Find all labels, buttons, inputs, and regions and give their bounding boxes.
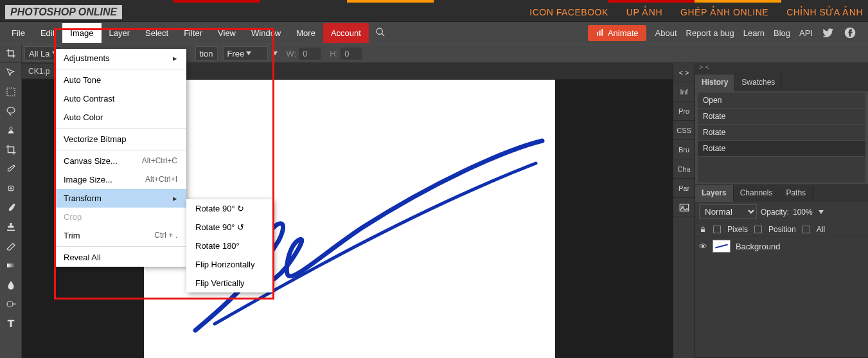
lock-position-checkbox[interactable] <box>754 226 762 233</box>
tab-layers[interactable]: Layers <box>695 185 734 202</box>
strip-inf[interactable]: Inf <box>673 82 695 102</box>
menu-image-size[interactable]: Image Size...Alt+Ctrl+I <box>55 170 186 189</box>
link-about[interactable]: About <box>655 28 677 38</box>
document-tab[interactable]: CK1.p <box>22 64 57 78</box>
menu-rotate-180[interactable]: Rotate 180° <box>186 237 273 255</box>
menu-window[interactable]: Window <box>244 23 288 43</box>
right-panels: > < History Swatches Open Rotate Rotate … <box>695 63 868 358</box>
link-ghep-anh[interactable]: GHÉP ẢNH ONLINE <box>680 7 768 17</box>
blur-tool[interactable] <box>0 275 21 294</box>
lock-icon <box>699 226 707 233</box>
menu-edit[interactable]: Edit <box>33 23 62 43</box>
menu-file[interactable]: File <box>4 23 33 43</box>
menu-view[interactable]: View <box>210 23 244 43</box>
brush-tool[interactable] <box>0 198 21 217</box>
tab-swatches[interactable]: Swatches <box>735 75 782 91</box>
stamp-tool[interactable] <box>0 217 21 237</box>
strip-par[interactable]: Par <box>673 179 695 198</box>
lock-pixels-checkbox[interactable] <box>713 226 721 233</box>
history-item[interactable]: Rotate <box>698 109 865 124</box>
type-tool[interactable] <box>0 314 21 333</box>
transform-submenu: Rotate 90° ↻ Rotate 90° ↺ Rotate 180° Fl… <box>186 199 273 292</box>
menu-flip-horizontal[interactable]: Flip Horizontally <box>186 255 273 274</box>
crop-tool[interactable] <box>0 140 21 159</box>
tool-column <box>0 63 22 358</box>
menu-crop: Crop <box>55 208 186 226</box>
strip-pro[interactable]: Pro <box>673 102 695 121</box>
lasso-tool[interactable] <box>0 102 21 121</box>
eraser-tool[interactable] <box>0 237 21 256</box>
layer-thumbnail[interactable] <box>713 240 731 253</box>
menu-trim[interactable]: TrimCtrl + . <box>55 226 186 245</box>
svg-rect-2 <box>597 32 598 36</box>
search-icon[interactable] <box>369 27 392 39</box>
link-blog[interactable]: Blog <box>774 28 790 38</box>
quick-select-tool[interactable] <box>0 121 21 140</box>
strip-image-icon[interactable] <box>673 198 695 217</box>
menu-rotate-90-ccw[interactable]: Rotate 90° ↺ <box>186 218 273 237</box>
history-item[interactable]: Rotate <box>698 125 865 140</box>
facebook-icon[interactable] <box>844 26 856 39</box>
menu-transform[interactable]: Transform <box>55 189 186 208</box>
svg-rect-3 <box>599 31 601 36</box>
history-panel: History Swatches Open Rotate Rotate Rota… <box>695 75 868 185</box>
dodge-tool[interactable] <box>0 294 21 314</box>
menu-more[interactable]: More <box>288 23 323 43</box>
history-item[interactable]: Rotate <box>698 141 865 156</box>
strip-col-left[interactable]: < > <box>673 63 695 82</box>
tab-channels[interactable]: Channels <box>734 185 780 202</box>
menu-auto-color[interactable]: Auto Color <box>55 108 186 127</box>
strip-bru[interactable]: Bru <box>673 140 695 159</box>
account-button[interactable]: Account <box>323 23 369 43</box>
link-learn[interactable]: Learn <box>743 28 765 38</box>
menu-reveal-all[interactable]: Reveal All <box>55 248 186 267</box>
eyedropper-tool[interactable] <box>0 159 21 179</box>
ratio-label[interactable]: tion <box>195 46 218 60</box>
height-field[interactable]: 0 <box>341 48 362 60</box>
menu-bar: File Edit Image Layer Select Filter View… <box>0 22 868 44</box>
height-label: H: <box>330 49 338 58</box>
menu-vectorize[interactable]: Vectorize Bitmap <box>55 130 186 148</box>
site-header: PHOTOSHOP ONLINE ICON FACEBOOK UP ẢNH GH… <box>0 3 868 22</box>
link-chinh-sua[interactable]: CHỈNH SỬA ẢNH <box>786 7 863 17</box>
strip-cha[interactable]: Cha <box>673 159 695 179</box>
link-api[interactable]: API <box>799 28 813 38</box>
menu-rotate-90-cw[interactable]: Rotate 90° ↻ <box>186 199 273 218</box>
heal-tool[interactable] <box>0 179 21 198</box>
opacity-dropdown-icon[interactable] <box>819 210 824 214</box>
menu-auto-contrast[interactable]: Auto Contrast <box>55 89 186 108</box>
width-field[interactable]: 0 <box>299 48 321 60</box>
move-tool[interactable] <box>0 63 21 82</box>
layer-row[interactable]: Background <box>695 237 868 255</box>
marquee-tool[interactable] <box>0 82 21 102</box>
lock-all-checkbox[interactable] <box>802 226 810 233</box>
strip-css[interactable]: CSS <box>673 121 695 140</box>
menu-image[interactable]: Image <box>62 23 101 43</box>
link-up-anh[interactable]: UP ẢNH <box>626 7 662 17</box>
menu-flip-vertical[interactable]: Flip Vertically <box>186 274 273 292</box>
blend-mode-select[interactable]: Normal <box>699 204 757 219</box>
animate-icon <box>596 28 605 37</box>
menu-select[interactable]: Select <box>137 23 176 43</box>
history-item[interactable]: Open <box>698 93 865 108</box>
top-color-strip <box>0 0 868 3</box>
ratio-select[interactable]: Free <box>223 46 268 60</box>
link-icon-facebook[interactable]: ICON FACEBOOK <box>529 7 608 17</box>
link-report-bug[interactable]: Report a bug <box>686 28 734 38</box>
twitter-icon[interactable] <box>822 26 835 39</box>
tab-history[interactable]: History <box>695 75 735 91</box>
animate-button[interactable]: Animate <box>588 25 646 41</box>
menu-layer[interactable]: Layer <box>102 23 138 43</box>
gradient-tool[interactable] <box>0 256 21 275</box>
menu-adjustments[interactable]: Adjustments <box>55 49 186 67</box>
layer-name: Background <box>736 242 780 251</box>
swap-icon[interactable] <box>272 51 278 55</box>
tab-paths[interactable]: Paths <box>779 185 813 202</box>
visibility-icon[interactable] <box>699 242 707 251</box>
menu-auto-tone[interactable]: Auto Tone <box>55 71 186 89</box>
menu-canvas-size[interactable]: Canvas Size...Alt+Ctrl+C <box>55 152 186 170</box>
menu-filter[interactable]: Filter <box>176 23 210 43</box>
site-logo: PHOTOSHOP ONLINE <box>5 5 122 19</box>
opacity-value[interactable]: 100% <box>793 208 813 217</box>
panel-collapse[interactable]: > < <box>699 63 709 75</box>
